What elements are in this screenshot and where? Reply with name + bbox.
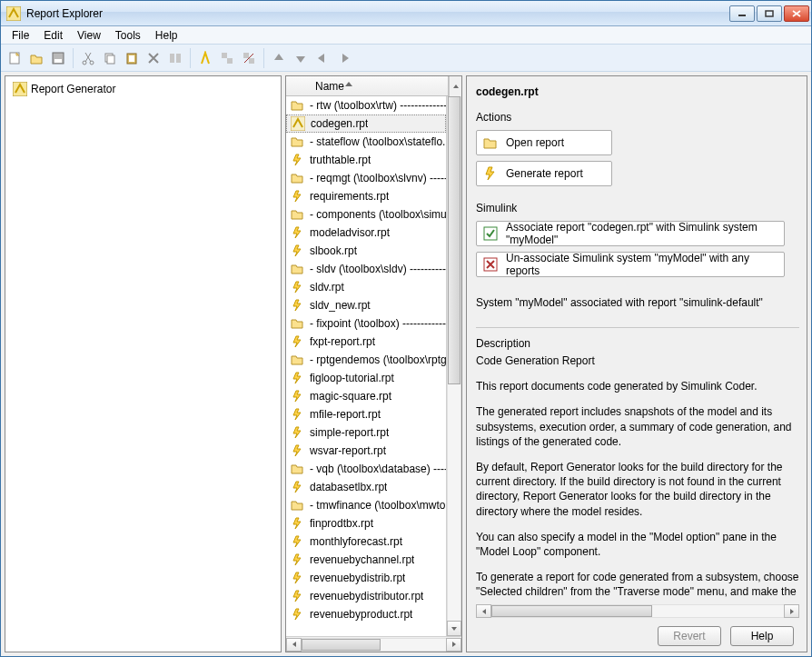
open-icon[interactable] [26, 48, 46, 68]
list-item[interactable]: revenuebydistrib.rpt [286, 569, 446, 587]
list-item[interactable]: - components (\toolbox\simul... [286, 205, 446, 224]
middle-list-pane: Name - rtw (\toolbox\rtw) -------------c… [285, 75, 462, 652]
unassociate-icon [482, 256, 499, 273]
fwd-icon[interactable] [334, 48, 354, 68]
svg-rect-16 [243, 53, 249, 58]
open-report-button[interactable]: Open report [476, 130, 612, 155]
report-icon [290, 552, 304, 567]
tree-root[interactable]: Report Generator [9, 80, 277, 98]
close-button[interactable] [784, 5, 809, 22]
list-item[interactable]: truthtable.rpt [286, 151, 446, 169]
list-item[interactable]: - vqb (\toolbox\database) ----- [286, 460, 446, 478]
h-scroll-right-icon[interactable] [446, 638, 461, 652]
list-item[interactable]: monthlyforecast.rpt [286, 533, 446, 551]
svg-rect-17 [249, 58, 254, 64]
list-item[interactable]: - sldv (\toolbox\sldv) ------------ [286, 260, 446, 278]
run-icon[interactable] [195, 48, 215, 68]
associate-button[interactable]: Associate report "codegen.rpt" with Simu… [476, 221, 785, 246]
list-item[interactable]: revenuebychannel.rpt [286, 551, 446, 569]
horizontal-scrollbar[interactable] [286, 636, 461, 652]
report-icon [290, 298, 304, 313]
list-item[interactable]: - rtw (\toolbox\rtw) ------------- [286, 96, 446, 114]
v-scroll-down-icon[interactable] [447, 621, 461, 636]
list-item[interactable]: - fixpoint (\toolbox) ------------- [286, 314, 446, 333]
toggle-icon[interactable] [165, 48, 185, 68]
svg-rect-9 [107, 55, 114, 64]
list-item[interactable]: - rptgendemos (\toolbox\rptg... [286, 351, 446, 369]
list-item[interactable]: - stateflow (\toolbox\stateflo... [286, 133, 446, 151]
save-icon[interactable] [48, 48, 68, 68]
menu-tools[interactable]: Tools [108, 27, 148, 44]
actions-label: Actions [476, 111, 799, 124]
list-item[interactable]: - tmwfinance (\toolbox\mwto... [286, 496, 446, 514]
list-item-label: mfile-report.rpt [310, 408, 381, 421]
report-icon [290, 443, 304, 458]
associate-label: Associate report "codegen.rpt" with Simu… [506, 221, 778, 246]
details-h-right-icon[interactable] [784, 604, 799, 618]
report-icon [290, 571, 304, 585]
list-item-label: - stateflow (\toolbox\stateflo... [310, 135, 446, 148]
list-item-label: databasetlbx.rpt [310, 481, 387, 493]
menu-file[interactable]: File [5, 27, 36, 44]
list-item[interactable]: requirements.rpt [286, 187, 446, 205]
list-item[interactable]: fxpt-report.rpt [286, 333, 446, 351]
back-icon[interactable] [312, 48, 332, 68]
folder-icon [290, 353, 304, 367]
column-header[interactable]: Name [286, 76, 461, 96]
menu-edit[interactable]: Edit [36, 27, 70, 44]
list-item-label: - sldv (\toolbox\sldv) ------------ [310, 263, 446, 275]
svg-rect-12 [170, 54, 174, 63]
new-icon[interactable] [5, 48, 25, 68]
list-item[interactable]: figloop-tutorial.rpt [286, 369, 446, 387]
link-icon[interactable] [217, 48, 237, 68]
revert-button[interactable]: Revert [658, 626, 721, 646]
list-item[interactable]: magic-square.rpt [286, 387, 446, 405]
vertical-scrollbar[interactable] [446, 96, 461, 636]
generate-report-button[interactable]: Generate report [476, 161, 612, 186]
cut-icon[interactable] [78, 48, 98, 68]
list-item-label: requirements.rpt [310, 190, 389, 203]
list-item[interactable]: codegen.rpt [286, 114, 446, 133]
list-item-label: simple-report.rpt [310, 426, 389, 439]
help-button[interactable]: Help [730, 626, 794, 646]
list-item[interactable]: databasetlbx.rpt [286, 478, 446, 496]
list-item[interactable]: wsvar-report.rpt [286, 442, 446, 460]
left-tree-pane[interactable]: Report Generator [5, 75, 282, 652]
list-item-label: - fixpoint (\toolbox) ------------- [310, 317, 446, 330]
paste-icon[interactable] [122, 48, 142, 68]
delete-icon[interactable] [144, 48, 163, 68]
v-scroll-up-icon[interactable] [449, 76, 461, 96]
minimize-button[interactable] [729, 5, 755, 22]
generate-report-label: Generate report [506, 167, 583, 180]
menu-view[interactable]: View [70, 27, 108, 44]
list-item[interactable]: simple-report.rpt [286, 423, 446, 442]
list-item[interactable]: slbook.rpt [286, 242, 446, 260]
unassociate-button[interactable]: Un-associate Simulink system "myModel" w… [476, 252, 785, 277]
down-icon[interactable] [291, 48, 311, 68]
copy-icon[interactable] [100, 48, 120, 68]
list-item[interactable]: finprodtbx.rpt [286, 514, 446, 533]
details-separator [476, 327, 799, 328]
list-item-label: revenuebydistributor.rpt [310, 590, 423, 602]
list-item[interactable]: - reqmgt (\toolbox\slvnv) ----- [286, 169, 446, 187]
list-item[interactable]: mfile-report.rpt [286, 405, 446, 423]
report-icon [290, 389, 304, 403]
details-horizontal-scrollbar[interactable] [476, 603, 799, 619]
list-item[interactable]: modeladvisor.rpt [286, 224, 446, 242]
unlink-icon[interactable] [239, 48, 259, 68]
menu-help[interactable]: Help [148, 27, 185, 44]
list-item[interactable]: sldv.rpt [286, 278, 446, 296]
svg-rect-1 [738, 15, 746, 16]
h-scroll-left-icon[interactable] [286, 638, 302, 652]
details-buttons: Revert Help [476, 626, 799, 646]
report-list[interactable]: - rtw (\toolbox\rtw) -------------codege… [286, 96, 461, 636]
report-icon [290, 534, 304, 549]
maximize-button[interactable] [757, 5, 782, 22]
list-item-label: - rtw (\toolbox\rtw) ------------- [310, 99, 446, 112]
details-h-left-icon[interactable] [476, 604, 491, 618]
list-item[interactable]: revenuebyproduct.rpt [286, 605, 446, 623]
list-item-label: monthlyforecast.rpt [310, 535, 402, 548]
up-icon[interactable] [269, 48, 289, 68]
list-item[interactable]: revenuebydistributor.rpt [286, 587, 446, 605]
list-item[interactable]: sldv_new.rpt [286, 296, 446, 314]
